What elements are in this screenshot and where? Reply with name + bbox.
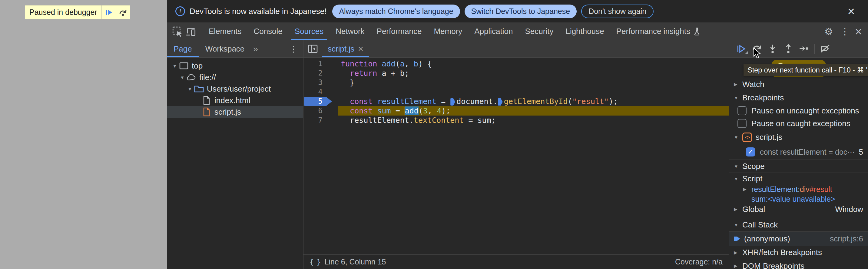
tab-performance[interactable]: Performance — [371, 23, 428, 40]
line-number[interactable]: 5 — [318, 97, 322, 106]
code-line-content[interactable]: const sum = add(3, 4); — [338, 106, 729, 115]
section-breakpoints[interactable]: ▼ Breakpoints — [729, 91, 868, 104]
code-token: "result" — [572, 97, 609, 106]
section-dom-breakpoints[interactable]: ▶ DOM Breakpoints — [729, 259, 868, 269]
tab-page[interactable]: Page — [167, 41, 199, 57]
devtools-close-icon[interactable]: × — [853, 25, 864, 37]
scope-var-sum[interactable]: sum: <value unavailable> — [729, 194, 868, 204]
line-number[interactable]: 4 — [318, 87, 322, 97]
line-number[interactable]: 1 — [318, 59, 322, 69]
step-into-button[interactable] — [765, 42, 780, 55]
callstack-frame[interactable]: (anonymous) script.js:6 — [729, 232, 868, 246]
pretty-print-icon[interactable]: { } — [310, 258, 320, 266]
code-line: 1function add(a, b) { — [304, 59, 729, 69]
tab-workspace[interactable]: Workspace — [199, 41, 251, 57]
banner-step-over-button[interactable] — [116, 5, 130, 19]
breakpoint-entry[interactable]: ✓ const resultElement = doc⋯ 5 — [729, 144, 868, 160]
pause-caught-checkbox[interactable] — [738, 119, 747, 128]
navigator-kebab-menu-icon[interactable]: ⋮ — [289, 44, 298, 54]
pause-uncaught-row: Pause on uncaught exceptions — [729, 104, 868, 117]
hide-navigator-button[interactable] — [304, 41, 322, 57]
scope-global-group[interactable]: ▶ Global Window — [729, 204, 868, 215]
tab-label: Sources — [295, 27, 323, 36]
scope-var-resultelement[interactable]: ▶ resultElement: div#result — [729, 184, 868, 194]
xhr-breakpoints-label: XHR/fetch Breakpoints — [742, 248, 822, 257]
tree-item-script-js[interactable]: script.js — [167, 106, 303, 118]
inline-breakpoint-marker-icon[interactable] — [451, 98, 455, 106]
settings-gear-icon[interactable]: ⚙ — [821, 26, 837, 37]
resume-script-button[interactable] — [733, 42, 749, 55]
line-number[interactable]: 3 — [318, 78, 322, 87]
code-line-content[interactable]: function add(a, b) { — [338, 59, 729, 69]
gutter[interactable]: 2 — [304, 69, 338, 78]
section-xhr-breakpoints[interactable]: ▶ XHR/fetch Breakpoints — [729, 246, 868, 259]
code-line-content[interactable] — [338, 87, 729, 97]
dont-show-again-button[interactable]: Don't show again — [581, 4, 654, 18]
tab-performance-insights[interactable]: Performance insights — [610, 23, 707, 40]
editor-status-bar: { } Line 6, Column 15 Coverage: n/a — [304, 254, 729, 269]
gutter[interactable]: 7 — [304, 115, 338, 125]
editor-tab-label: script.js — [328, 44, 354, 54]
global-value: Window — [835, 205, 868, 214]
step-out-button[interactable] — [780, 42, 796, 55]
tab-lighthouse[interactable]: Lighthouse — [559, 23, 610, 40]
code-line-content[interactable]: const resultElement = document.getElemen… — [338, 97, 729, 106]
chevron-right-icon: ▶ — [734, 250, 742, 255]
editor-pane: script.js × 1function add(a, b) {2 retur… — [304, 41, 729, 269]
panel-tab-strip: ElementsConsoleSourcesNetworkPerformance… — [203, 23, 707, 40]
line-number[interactable]: 6 — [318, 106, 322, 115]
switch-devtools-japanese-button[interactable]: Switch DevTools to Japanese — [465, 4, 577, 18]
deactivate-breakpoints-button[interactable] — [817, 42, 833, 55]
line-number[interactable]: 7 — [318, 115, 322, 125]
frame-location: script.js:6 — [830, 234, 868, 244]
chevron-down-icon[interactable]: ▼ — [179, 75, 186, 80]
inspect-element-button[interactable] — [171, 25, 184, 38]
always-match-language-button[interactable]: Always match Chrome's language — [332, 4, 460, 18]
tree-item-top[interactable]: ▼top — [167, 60, 303, 72]
tab-memory[interactable]: Memory — [428, 23, 468, 40]
code-token — [341, 69, 350, 78]
tab-sources[interactable]: Sources — [289, 23, 330, 40]
more-tabs-icon[interactable]: » — [251, 44, 260, 54]
tree-item-users-user-project[interactable]: ▼Users/user/project — [167, 83, 303, 95]
line-number[interactable]: 2 — [318, 69, 322, 78]
pause-uncaught-checkbox[interactable] — [738, 106, 747, 115]
scope-script-group[interactable]: ▼ Script — [729, 173, 868, 184]
code-editor[interactable]: 1function add(a, b) {2 return a + b;3 }4… — [304, 58, 729, 254]
tree-item-label: index.html — [214, 96, 250, 105]
chevron-down-icon[interactable]: ▼ — [171, 63, 178, 69]
step-out-icon — [783, 43, 794, 55]
breakpoint-enabled-checkbox[interactable]: ✓ — [746, 147, 755, 157]
section-watch[interactable]: ▶ Watch — [729, 78, 868, 91]
breakpoint-file-group[interactable]: ▼ <> script.js — [729, 130, 868, 144]
gutter-breakpoint[interactable]: 5 — [304, 97, 338, 106]
step-button[interactable] — [796, 42, 812, 55]
tab-network[interactable]: Network — [330, 23, 370, 40]
editor-tab-close-icon[interactable]: × — [358, 44, 364, 54]
chevron-down-icon[interactable]: ▼ — [186, 86, 193, 91]
banner-resume-button[interactable] — [102, 5, 116, 19]
editor-tab-scriptjs[interactable]: script.js × — [322, 41, 369, 57]
toggle-device-toolbar-button[interactable] — [184, 25, 197, 38]
inline-breakpoint-marker-icon[interactable] — [498, 98, 503, 106]
kebab-menu-icon[interactable]: ⋮ — [837, 26, 853, 37]
section-scope[interactable]: ▼ Scope — [729, 160, 868, 173]
tree-item-index-html[interactable]: index.html — [167, 95, 303, 106]
code-token: ( — [396, 59, 400, 68]
tab-console[interactable]: Console — [247, 23, 288, 40]
code-token: = sum; — [464, 116, 495, 125]
code-line-content[interactable]: } — [338, 78, 729, 87]
tab-elements[interactable]: Elements — [203, 23, 247, 40]
language-infobar: i DevTools is now available in Japanese!… — [167, 0, 868, 23]
gutter[interactable]: 6 — [304, 106, 338, 115]
infobar-close-icon[interactable]: × — [848, 5, 855, 17]
code-line-content[interactable]: resultElement.textContent = sum; — [338, 115, 729, 125]
gutter[interactable]: 3 — [304, 78, 338, 87]
gutter[interactable]: 1 — [304, 59, 338, 69]
tab-application[interactable]: Application — [468, 23, 519, 40]
tree-item-file-[interactable]: ▼file:// — [167, 72, 303, 83]
tab-security[interactable]: Security — [519, 23, 560, 40]
section-callstack[interactable]: ▼ Call Stack — [729, 218, 868, 232]
code-line-content[interactable]: return a + b; — [338, 69, 729, 78]
gutter[interactable]: 4 — [304, 87, 338, 97]
